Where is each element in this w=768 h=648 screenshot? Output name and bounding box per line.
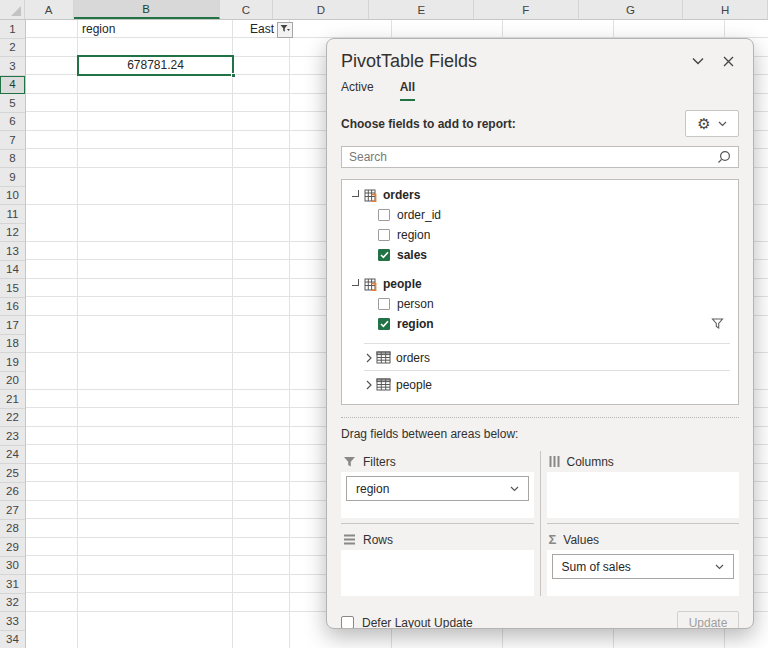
column-header-c[interactable]: C — [220, 0, 274, 19]
row-header-9[interactable]: 9 — [0, 168, 25, 187]
column-header-f[interactable]: F — [474, 0, 579, 19]
cell-b1-region[interactable]: region — [78, 20, 233, 39]
column-header-d[interactable]: D — [273, 0, 369, 19]
column-header-a[interactable]: A — [25, 0, 74, 19]
row-header-22[interactable]: 22 — [0, 409, 25, 428]
field-region-people[interactable]: region — [378, 314, 730, 334]
values-pill-sum-of-sales[interactable]: Sum of sales — [552, 554, 735, 579]
row-header-26[interactable]: 26 — [0, 483, 25, 502]
drag-fields-label: Drag fields between areas below: — [341, 417, 739, 441]
row-header-10[interactable]: 10 — [0, 187, 25, 206]
row-header-31[interactable]: 31 — [0, 575, 25, 594]
field-region-orders[interactable]: region — [378, 225, 730, 245]
row-header-30[interactable]: 30 — [0, 557, 25, 576]
rows-area-label: Rows — [341, 529, 534, 550]
pivottable-fields-pane: PivotTable Fields Active All Choose fiel… — [326, 38, 754, 629]
collapse-icon[interactable] — [352, 190, 359, 197]
row-header-2[interactable]: 2 — [0, 39, 25, 58]
values-area-label: Σ Values — [547, 529, 740, 550]
update-button[interactable]: Update — [677, 611, 739, 629]
collapsed-table-name: people — [396, 378, 432, 392]
rows-drop-zone[interactable] — [341, 550, 534, 596]
chevron-down-icon[interactable] — [715, 564, 724, 570]
checkbox-checked[interactable] — [378, 318, 390, 330]
select-all-corner[interactable] — [0, 0, 25, 19]
fill-handle[interactable] — [231, 73, 236, 78]
row-header-25[interactable]: 25 — [0, 464, 25, 483]
row-header-15[interactable]: 15 — [0, 279, 25, 298]
row-header-13[interactable]: 13 — [0, 242, 25, 261]
funnel-icon — [711, 317, 724, 330]
column-header-b[interactable]: B — [74, 0, 220, 19]
search-box[interactable] — [341, 146, 739, 168]
row-header-32[interactable]: 32 — [0, 594, 25, 613]
choose-fields-row: Choose fields to add to report: ⚙ — [341, 110, 739, 137]
report-filter-dropdown-button[interactable] — [277, 22, 293, 38]
rows-icon — [343, 534, 356, 545]
row-header-5[interactable]: 5 — [0, 94, 25, 113]
search-input[interactable] — [349, 150, 717, 164]
chevron-right-icon[interactable] — [366, 380, 372, 390]
column-header-e[interactable]: E — [369, 0, 474, 19]
checkbox-checked[interactable] — [378, 249, 390, 261]
row-header-29[interactable]: 29 — [0, 538, 25, 557]
check-icon — [380, 251, 389, 259]
tab-active[interactable]: Active — [341, 80, 374, 101]
column-header-g[interactable]: G — [579, 0, 684, 19]
defer-layout-checkbox[interactable] — [341, 616, 354, 629]
filters-drop-zone[interactable]: region — [341, 472, 534, 518]
field-sales[interactable]: sales — [378, 245, 730, 265]
checkbox-unchecked[interactable] — [378, 298, 390, 310]
collapsed-table-people[interactable]: people — [364, 370, 730, 397]
row-header-18[interactable]: 18 — [0, 335, 25, 354]
active-cell-b4[interactable]: 678781.24 — [77, 55, 234, 76]
collapsed-table-orders[interactable]: orders — [364, 343, 730, 370]
row-header-33[interactable]: 33 — [0, 612, 25, 631]
choose-fields-label: Choose fields to add to report: — [341, 117, 516, 131]
row-header-24[interactable]: 24 — [0, 446, 25, 465]
row-header-12[interactable]: 12 — [0, 224, 25, 243]
pane-options-button[interactable] — [687, 50, 709, 72]
tab-all[interactable]: All — [400, 80, 415, 101]
row-header-27[interactable]: 27 — [0, 501, 25, 520]
field-group-people[interactable]: people — [350, 274, 730, 294]
row-header-23[interactable]: 23 — [0, 427, 25, 446]
row-header-19[interactable]: 19 — [0, 353, 25, 372]
field-filtered-indicator[interactable] — [711, 317, 724, 333]
filters-pill-region[interactable]: region — [346, 476, 529, 501]
row-header-6[interactable]: 6 — [0, 113, 25, 132]
collapse-icon[interactable] — [352, 279, 359, 286]
row-header-3[interactable]: 3 — [0, 57, 25, 76]
row-header-11[interactable]: 11 — [0, 205, 25, 224]
row-header-21[interactable]: 21 — [0, 390, 25, 409]
chevron-right-icon[interactable] — [366, 353, 372, 363]
row-header-4[interactable]: 4 — [0, 76, 25, 95]
row-header-14[interactable]: 14 — [0, 261, 25, 280]
field-label: order_id — [397, 208, 441, 222]
areas-section: Filters region Rows Columns Σ Values — [341, 451, 739, 596]
row-header-17[interactable]: 17 — [0, 316, 25, 335]
areas-horizontal-divider — [341, 523, 534, 524]
checkbox-unchecked[interactable] — [378, 229, 390, 241]
field-person[interactable]: person — [378, 294, 730, 314]
column-header-h[interactable]: H — [683, 0, 768, 19]
gridline-col-c-d — [289, 20, 290, 648]
field-order-id[interactable]: order_id — [378, 205, 730, 225]
row-header-28[interactable]: 28 — [0, 520, 25, 539]
row-header-7[interactable]: 7 — [0, 131, 25, 150]
row-header-8[interactable]: 8 — [0, 150, 25, 169]
checkbox-unchecked[interactable] — [378, 209, 390, 221]
pane-close-button[interactable] — [717, 50, 739, 72]
values-drop-zone[interactable]: Sum of sales — [547, 550, 740, 596]
chevron-down-icon[interactable] — [510, 486, 519, 492]
row-header-20[interactable]: 20 — [0, 372, 25, 391]
field-label: person — [397, 297, 434, 311]
tools-button[interactable]: ⚙ — [685, 110, 739, 137]
funnel-icon — [343, 455, 356, 468]
field-group-orders[interactable]: orders — [350, 185, 730, 205]
row-header-34[interactable]: 34 — [0, 631, 25, 648]
row-header-16[interactable]: 16 — [0, 298, 25, 317]
columns-drop-zone[interactable] — [547, 472, 740, 518]
cell-c1-filter-value[interactable]: East — [233, 20, 276, 39]
row-header-1[interactable]: 1 — [0, 20, 25, 39]
